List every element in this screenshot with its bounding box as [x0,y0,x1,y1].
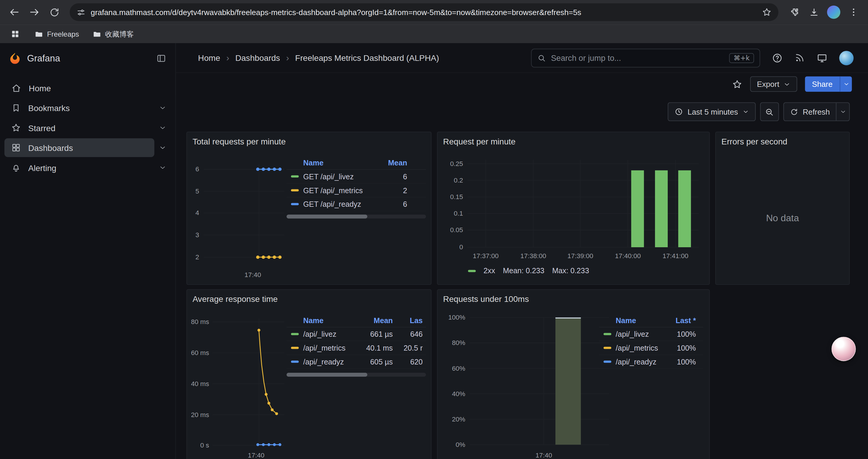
favorite-dashboard-button[interactable] [732,79,743,90]
tv-mode-button[interactable] [816,52,828,63]
legend-col-name[interactable]: Name [599,316,668,325]
series-mean: 40.1 ms [359,344,393,352]
svg-text:0: 0 [459,243,463,251]
export-button[interactable]: Export [750,76,797,92]
folder-icon [92,30,101,38]
apps-grid-button[interactable] [9,28,21,40]
series-name: /api/_livez [303,330,336,338]
address-bar[interactable] [70,3,778,21]
legend-col-last[interactable]: Last * [668,316,703,325]
bookmark-item-freeleaps[interactable]: Freeleaps [34,30,79,38]
refresh-split-button: Refresh [783,102,850,121]
legend-col-mean[interactable]: Mean [359,316,393,325]
legend-row[interactable]: GET /api/_readyz 6 [286,197,426,211]
svg-text:4: 4 [195,209,199,217]
svg-text:17:37:00: 17:37:00 [473,252,498,260]
legend-row[interactable]: /api/_livez 100% [599,328,703,341]
refresh-icon [790,107,798,116]
chevron-down-icon[interactable] [154,104,171,112]
user-avatar-button[interactable] [839,51,854,65]
series-name: GET /api/_livez [303,172,354,181]
sidebar-item-home[interactable]: Home [4,78,171,97]
svg-text:0%: 0% [456,441,465,448]
svg-text:3: 3 [195,231,199,239]
app-header: Home › Dashboards › Freeleaps Metrics Da… [176,43,868,73]
chevron-down-icon[interactable] [154,164,171,171]
bookmark-star-icon[interactable] [762,7,772,17]
svg-text:100%: 100% [448,314,465,321]
zoom-out-icon [765,107,774,117]
series-last: 100% [668,330,703,338]
browser-menu-button[interactable] [845,3,862,21]
breadcrumb-home[interactable]: Home [198,53,220,63]
forward-button[interactable] [25,3,43,21]
assistant-avatar-button[interactable] [831,337,856,361]
reload-icon [49,7,60,18]
sidebar-item-label: Starred [28,123,55,133]
legend-row[interactable]: GET /api/_livez 6 [286,170,426,184]
news-button[interactable] [795,53,805,63]
dashboard-canvas: Last 5 minutes Refresh [176,95,868,459]
sidebar-toggle-button[interactable] [156,53,167,64]
sidebar: Grafana Home Bookmarks [0,43,176,459]
help-button[interactable] [772,52,783,63]
refresh-button[interactable]: Refresh [784,103,836,121]
share-menu-button[interactable] [840,76,852,92]
scrollbar-thumb[interactable] [286,373,368,376]
extensions-button[interactable] [785,3,803,21]
legend-row[interactable]: /api/_metrics 100% [599,341,703,355]
legend-col-name[interactable]: Name [286,159,374,167]
legend-col-mean[interactable]: Mean [374,159,426,167]
refresh-label: Refresh [803,107,830,116]
svg-text:17:38:00: 17:38:00 [520,252,546,260]
sidebar-item-bookmarks[interactable]: Bookmarks [4,98,171,117]
bell-icon [11,163,21,173]
search-input[interactable] [551,54,724,62]
sidebar-item-alerting[interactable]: Alerting [4,158,171,177]
chevron-down-icon[interactable] [154,144,171,152]
legend-row[interactable]: /api/_livez 661 µs 646 [286,328,426,341]
sidebar-collapse-icon [156,53,167,64]
star-icon [11,123,21,133]
svg-text:5: 5 [195,188,199,195]
time-range-picker[interactable]: Last 5 minutes [668,102,756,121]
search-box[interactable]: ⌘+k [531,48,760,67]
x-axis-ticks: 17:40 [536,452,552,459]
svg-text:60 ms: 60 ms [191,349,209,357]
breadcrumb-separator: › [226,53,229,63]
legend-scrollbar[interactable] [286,215,426,219]
series-color-dash [603,333,611,335]
legend-table: Name Mean Las /api/_livez 661 µs 646 /ap… [286,314,426,369]
panel-title[interactable]: Errors per second [721,137,787,146]
breadcrumb-dashboards[interactable]: Dashboards [235,53,280,63]
sidebar-item-label: Alerting [28,163,56,172]
series-name: /api/_metrics [303,344,345,352]
refresh-interval-button[interactable] [836,103,849,121]
monitor-icon [816,52,828,63]
series-color-dash [291,175,299,177]
legend-series-name[interactable]: 2xx [484,267,495,275]
downloads-button[interactable] [805,3,823,21]
legend-row[interactable]: GET /api/_metrics 2 [286,184,426,198]
reload-button[interactable] [45,3,63,21]
bookmark-item-blog[interactable]: 收藏博客 [92,29,133,39]
legend-row[interactable]: /api/_metrics 40.1 ms 20.5 r [286,341,426,355]
legend-col-last[interactable]: Las [393,316,426,325]
series-name: /api/_readyz [303,358,344,366]
profile-button[interactable] [825,3,843,21]
share-button[interactable]: Share [805,76,840,92]
zoom-out-button[interactable] [760,102,779,121]
back-button[interactable] [6,3,23,21]
legend-row[interactable]: /api/_readyz 100% [599,355,703,369]
sidebar-item-starred[interactable]: Starred [4,119,171,137]
legend-row[interactable]: /api/_readyz 605 µs 620 [286,355,426,369]
url-input[interactable] [91,8,756,17]
site-info-icon[interactable] [76,7,86,17]
scrollbar-thumb[interactable] [286,215,368,219]
sidebar-item-dashboards[interactable]: Dashboards [4,138,171,157]
legend-scrollbar[interactable] [286,373,426,376]
y-axis-ticks: 100% 80% 60% 40% 20% 0% [448,314,465,448]
percent-bar [555,318,581,445]
legend-col-name[interactable]: Name [286,316,359,325]
chevron-down-icon[interactable] [154,124,171,131]
